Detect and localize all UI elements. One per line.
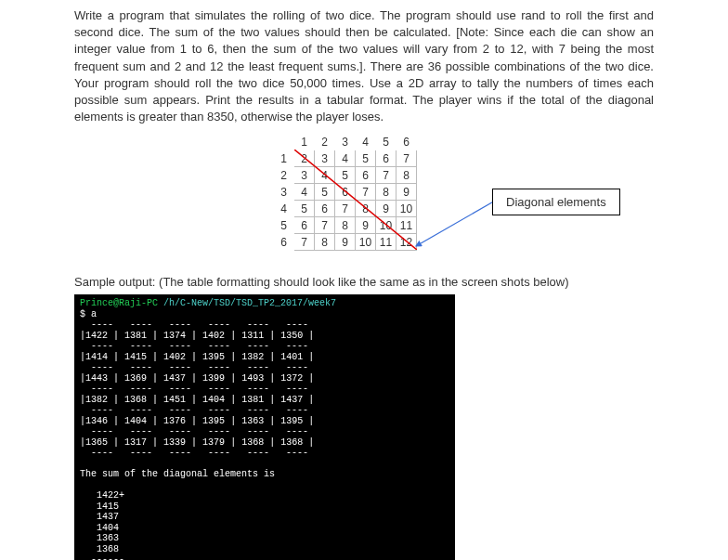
cell: 11 <box>396 217 417 234</box>
cell: 7 <box>294 234 315 251</box>
cell: 9 <box>356 217 376 234</box>
svg-line-1 <box>416 200 497 246</box>
cell: 6 <box>356 167 376 184</box>
cell: 5 <box>335 167 356 184</box>
cell: 10 <box>356 234 376 251</box>
prompt-path: /h/C-New/TSD/TSD_TP2_2017/week7 <box>163 298 336 308</box>
divider: ---- ---- ---- ---- ---- ---- <box>80 448 449 459</box>
cell: 6 <box>315 201 335 217</box>
col-header: 6 <box>396 134 417 150</box>
diag-value: 1422+ <box>80 490 449 501</box>
cell: 7 <box>356 184 376 201</box>
cell: 9 <box>396 184 417 201</box>
divider: ---- ---- ---- ---- ---- ---- <box>80 341 449 352</box>
dice-diagram: 1 2 3 4 5 6 1 2 3 4 5 6 7 2 3 4 5 6 <box>74 133 654 267</box>
divider: ---- ---- ---- ---- ---- ---- <box>80 384 449 395</box>
cell: 2 <box>294 150 315 167</box>
row-header: 5 <box>274 217 294 234</box>
row-header: 1 <box>274 150 294 167</box>
cell: 6 <box>376 150 396 167</box>
cell: 8 <box>396 167 417 184</box>
cell: 3 <box>294 167 315 184</box>
cell: 4 <box>294 184 315 201</box>
cell: 8 <box>315 234 335 251</box>
table-row: |1443 | 1369 | 1437 | 1399 | 1493 | 1372… <box>80 373 449 384</box>
dice-sum-table: 1 2 3 4 5 6 1 2 3 4 5 6 7 2 3 4 5 6 <box>273 133 417 251</box>
divider: ---- ---- ---- ---- ---- ---- <box>80 405 449 416</box>
problem-statement: Write a program that simulates the rolli… <box>74 7 654 125</box>
cell: 6 <box>335 184 356 201</box>
row-header: 2 <box>274 167 294 184</box>
cell: 10 <box>396 201 417 217</box>
diagonal-label: Diagonal elements <box>492 189 620 215</box>
table-row: |1414 | 1415 | 1402 | 1395 | 1382 | 1401… <box>80 352 449 363</box>
cell: 9 <box>376 201 396 217</box>
diag-value: 1415 <box>80 501 449 513</box>
diag-value: 1437 <box>80 512 449 523</box>
cell: 4 <box>335 150 356 167</box>
cell: 7 <box>315 217 335 234</box>
table-row: |1382 | 1368 | 1451 | 1404 | 1381 | 1437… <box>80 395 449 406</box>
col-header: 3 <box>335 134 356 150</box>
col-header: 5 <box>376 134 396 150</box>
cell: 4 <box>315 167 335 184</box>
diag-value: 1363 <box>80 533 449 544</box>
diag-value: 1368 <box>80 544 449 555</box>
cell: 11 <box>376 234 396 251</box>
cell: 7 <box>396 150 417 167</box>
diag-value: 1404 <box>80 523 449 534</box>
prompt-user: Prince@Raji-PC <box>80 298 163 308</box>
divider: ---- ---- ---- ---- ---- ---- <box>80 426 449 437</box>
cell: 10 <box>376 217 396 234</box>
cell: 7 <box>376 167 396 184</box>
sample-output-caption: Sample output: (The table formatting sho… <box>74 275 654 289</box>
cell: 9 <box>335 234 356 251</box>
cell: 5 <box>294 201 315 217</box>
divider: ---- ---- ---- ---- ---- ---- <box>80 362 449 373</box>
row-header: 4 <box>274 201 294 217</box>
cell: 3 <box>315 150 335 167</box>
cell: 12 <box>396 234 417 251</box>
table-row: |1365 | 1317 | 1339 | 1379 | 1368 | 1368… <box>80 437 449 449</box>
col-header: 2 <box>315 134 335 150</box>
table-row: |1346 | 1404 | 1376 | 1395 | 1363 | 1395… <box>80 416 449 427</box>
cell: 5 <box>315 184 335 201</box>
col-header: 4 <box>356 134 376 150</box>
cell: 8 <box>356 201 376 217</box>
terminal-output: Prince@Raji-PC /h/C-New/TSD/TSD_TP2_2017… <box>74 294 455 560</box>
cell: 5 <box>356 150 376 167</box>
cell: 7 <box>335 201 356 217</box>
sum-label: The sum of the diagonal elements is <box>80 469 449 480</box>
cell: 8 <box>376 184 396 201</box>
row-header: 6 <box>274 234 294 251</box>
row-header: 3 <box>274 184 294 201</box>
divider: ---- ---- ---- ---- ---- ---- <box>80 319 449 331</box>
cell: 8 <box>335 217 356 234</box>
prompt-command: $ a <box>80 309 449 320</box>
cell: 6 <box>294 217 315 234</box>
table-row: |1422 | 1381 | 1374 | 1402 | 1311 | 1350… <box>80 331 449 342</box>
divider: ------ <box>80 554 449 560</box>
col-header: 1 <box>294 134 315 150</box>
